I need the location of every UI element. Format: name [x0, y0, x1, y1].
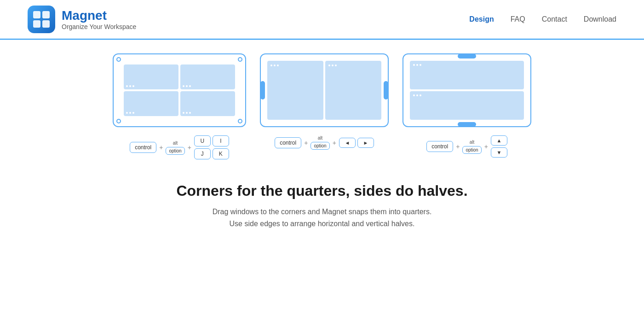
diagram-quarters: control + alt option + U I J K	[113, 53, 246, 159]
diagram-vertical-halves: control + alt option + ◄ ►	[260, 53, 389, 150]
description: Drag windows to the corners and Magnet s…	[176, 206, 467, 229]
plus-6: +	[484, 143, 488, 150]
key-k: K	[213, 148, 229, 159]
window-quarters	[113, 53, 246, 127]
quarter-cell-bl	[124, 91, 178, 116]
key-control-1: control	[130, 142, 156, 153]
h-half-top	[410, 61, 524, 89]
corner-bl	[116, 119, 121, 123]
shortcut-horizontal: control + alt option + ▲ ▼	[426, 135, 507, 158]
plus-4: +	[333, 140, 336, 146]
nav-contact[interactable]: Contact	[542, 15, 567, 23]
logo-text: Magnet Organize Your Workspace	[62, 8, 136, 30]
header: Magnet Organize Your Workspace Design FA…	[0, 0, 644, 40]
quarter-cell-br	[180, 91, 235, 116]
key-alt-option-1: alt option	[166, 140, 184, 155]
desc-line2: Use side edges to arrange horizontal and…	[230, 220, 415, 228]
nav-design[interactable]: Design	[469, 15, 494, 23]
plus-3: +	[304, 140, 308, 146]
handle-top	[458, 54, 476, 59]
keys-uijk: U I J K	[194, 135, 229, 159]
quarters-grid	[124, 64, 235, 116]
corner-tr	[238, 57, 242, 62]
logo-area: Magnet Organize Your Workspace	[28, 6, 136, 33]
main-nav: Design FAQ Contact Download	[469, 15, 616, 23]
svg-rect-1	[42, 11, 50, 18]
key-alt-option-2: alt option	[310, 135, 329, 150]
app-subtitle: Organize Your Workspace	[62, 23, 136, 30]
key-up-arrow: ▲	[491, 135, 507, 146]
window-horizontal-halves	[402, 53, 531, 127]
main-content: control + alt option + U I J K	[0, 40, 644, 248]
app-title: Magnet	[62, 8, 136, 23]
key-j: J	[194, 148, 211, 159]
handle-bottom	[458, 122, 476, 127]
window-vertical-halves	[260, 53, 389, 127]
nav-faq[interactable]: FAQ	[511, 15, 525, 23]
plus-1: +	[159, 144, 163, 151]
quarter-cell-tl	[124, 64, 178, 89]
keys-arrows-ud: ▲ ▼	[491, 135, 507, 158]
app-logo-icon	[28, 6, 55, 33]
key-option-1: option	[166, 147, 184, 155]
key-down-arrow: ▼	[491, 147, 507, 158]
key-option-3: option	[462, 146, 481, 154]
svg-rect-3	[42, 20, 50, 28]
horizontal-halves-grid	[410, 61, 524, 120]
half-cell-right	[325, 61, 381, 120]
key-right-arrow: ►	[357, 138, 374, 148]
key-u: U	[194, 135, 211, 146]
shortcut-vertical: control + alt option + ◄ ►	[275, 135, 374, 150]
key-alt-option-3: alt option	[462, 140, 481, 154]
key-left-arrow: ◄	[339, 138, 356, 148]
half-cell-left	[267, 61, 323, 120]
diagram-horizontal-halves: control + alt option + ▲ ▼	[402, 53, 531, 158]
corner-tl	[116, 57, 121, 62]
shortcut-quarters: control + alt option + U I J K	[130, 135, 229, 159]
nav-download[interactable]: Download	[584, 15, 616, 23]
diagrams-row: control + alt option + U I J K	[113, 53, 531, 159]
key-control-2: control	[275, 137, 301, 148]
key-i: I	[213, 135, 229, 146]
h-half-bottom	[410, 91, 524, 120]
plus-2: +	[188, 144, 191, 151]
key-option-2: option	[310, 142, 329, 150]
corner-br	[238, 119, 242, 123]
svg-rect-2	[33, 20, 40, 28]
main-headline: Corners for the quarters, sides do halve…	[176, 182, 467, 199]
plus-5: +	[456, 143, 460, 150]
vertical-halves-grid	[267, 61, 381, 120]
text-section: Corners for the quarters, sides do halve…	[176, 182, 467, 229]
key-control-3: control	[426, 141, 453, 152]
quarter-cell-tr	[180, 64, 235, 89]
svg-rect-0	[33, 11, 40, 18]
handle-left	[260, 81, 265, 99]
handle-right	[384, 81, 388, 99]
desc-line1: Drag windows to the corners and Magnet s…	[213, 208, 432, 216]
keys-arrows-lr: ◄ ►	[339, 138, 374, 148]
